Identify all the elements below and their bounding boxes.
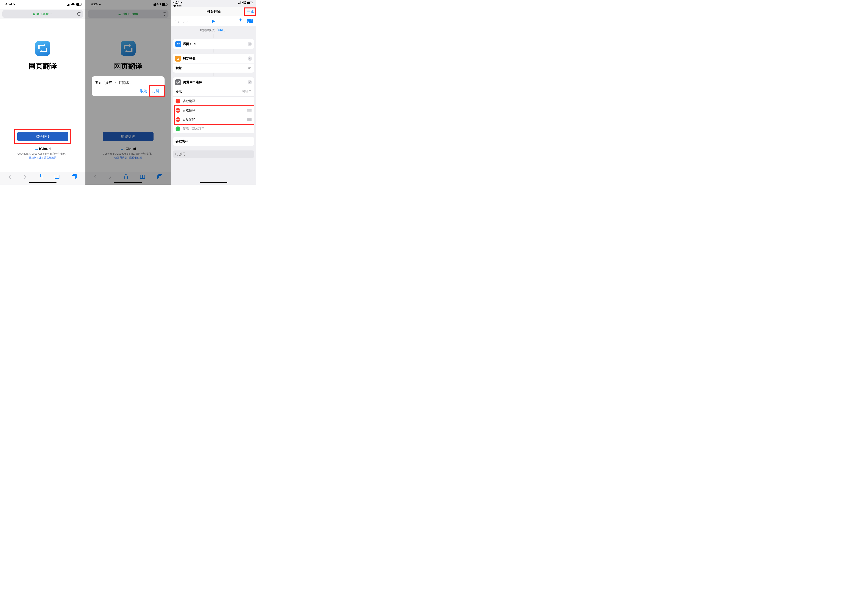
phone-2: 4:24 ➤ 4G icloud.com 网页翻译 取得捷徑 ☁iCloud	[85, 0, 171, 185]
remove-action-button[interactable]: ✕	[248, 42, 252, 46]
remove-action-button[interactable]: ✕	[248, 80, 252, 84]
run-button[interactable]: ▶	[212, 18, 215, 24]
variable-row[interactable]: 變數 url	[173, 64, 254, 73]
signal-icon	[238, 2, 241, 4]
url-bar[interactable]: icloud.com	[2, 10, 83, 18]
alert-message: 要在「捷徑」中打開嗎？	[95, 81, 161, 85]
variable-icon: x	[175, 56, 181, 62]
phone-3: 4:24 ➤ 4G ◀Safari 网页翻译 完成 ▶ 此捷徑接受「URL」	[171, 0, 256, 185]
forward-button[interactable]	[23, 175, 26, 179]
highlight-box	[149, 85, 165, 97]
undo-button[interactable]	[174, 19, 179, 23]
branch-label: 谷歌翻译	[175, 140, 188, 143]
lock-icon	[33, 12, 35, 15]
svg-rect-0	[72, 175, 76, 179]
shortcut-title: 网页翻译	[29, 61, 57, 71]
page-content: 网页翻译 取得捷徑 ☁iCloud Copyright © 2018 Apple…	[0, 19, 85, 172]
battery-icon	[76, 3, 81, 6]
editor-title: 网页翻译	[206, 9, 221, 14]
copyright-text: Copyright © 2018 Apple Inc. 保留一切權利。	[18, 152, 68, 155]
flow-connector	[214, 34, 214, 38]
terms-link[interactable]: 條款與約定	[29, 156, 42, 159]
add-item-button[interactable]: +	[175, 126, 180, 131]
alert-cancel-button[interactable]: 取消	[140, 89, 147, 93]
svg-point-10	[175, 153, 177, 155]
search-bar[interactable]	[173, 151, 254, 158]
back-to-app-button[interactable]: ◀Safari	[173, 4, 252, 7]
action-title: 從選單中選擇	[183, 80, 246, 84]
network-label: 4G	[71, 2, 76, 6]
svg-point-9	[177, 82, 179, 83]
action-title: 展開 URL	[183, 42, 246, 46]
search-input[interactable]	[179, 152, 252, 156]
share-button[interactable]	[38, 174, 43, 179]
add-item-row[interactable]: + 新增「新增項目」	[173, 124, 254, 133]
open-app-alert: 要在「捷徑」中打開嗎？ 取消 打開	[92, 76, 165, 96]
editor-nav: 网页翻译 完成	[171, 7, 256, 16]
action-expand-url: 展開 URL ✕	[173, 39, 254, 49]
highlight-box	[244, 8, 256, 16]
settings-toggle-button[interactable]	[247, 19, 253, 23]
cloud-icon: ☁	[35, 147, 38, 151]
status-time: 4:24	[173, 1, 180, 5]
home-indicator[interactable]	[200, 182, 227, 183]
drag-handle[interactable]	[247, 100, 252, 102]
delete-item-button[interactable]: —	[175, 99, 180, 103]
bookmarks-button[interactable]	[55, 175, 60, 179]
url-bar-container: icloud.com	[0, 9, 85, 19]
gear-icon	[175, 79, 181, 85]
menu-item[interactable]: — 谷歌翻译	[173, 96, 254, 106]
svg-rect-1	[73, 175, 76, 178]
tabs-button[interactable]	[72, 174, 77, 179]
location-icon: ➤	[180, 1, 183, 4]
privacy-link[interactable]: 隱私權政策	[44, 156, 56, 159]
remove-action-button[interactable]: ✕	[248, 56, 252, 61]
accepts-row: 此捷徑接受「URL」	[171, 26, 256, 34]
action-set-variable: x 設定變數 ✕ 變數 url	[173, 54, 254, 73]
link-icon	[175, 41, 181, 47]
prompt-row[interactable]: 提示 可留空	[173, 87, 254, 96]
svg-point-5	[251, 19, 253, 20]
svg-point-7	[248, 21, 249, 23]
menu-branch-card[interactable]: 谷歌翻译	[173, 137, 254, 146]
variable-value: url	[248, 67, 252, 70]
action-choose-from-menu: 從選單中選擇 ✕ 提示 可留空 — 谷歌翻译 — 有道翻译 — 百度翻译 + 新…	[173, 77, 254, 133]
location-icon: ➤	[13, 3, 15, 6]
menu-item-label: 谷歌翻译	[183, 99, 245, 103]
variable-label: 變數	[175, 66, 182, 70]
accepts-type-link[interactable]: URL	[218, 28, 224, 32]
phone-1: 4:24 ➤ 4G icloud.com 网页翻译 取得捷徑 ☁iClou	[0, 0, 85, 185]
icloud-logo: ☁iCloud	[35, 147, 50, 151]
add-item-label: 新增「新增項目」	[183, 127, 252, 131]
home-indicator[interactable]	[29, 182, 56, 183]
signal-icon	[67, 3, 70, 6]
redo-button[interactable]	[183, 19, 188, 23]
url-domain: icloud.com	[37, 12, 52, 16]
battery-icon	[247, 2, 252, 4]
highlight-box	[174, 105, 254, 125]
legal-links: 條款與約定 | 隱私權政策	[29, 156, 57, 160]
status-bar: 4:24 ➤ 4G ◀Safari	[171, 0, 256, 7]
share-button[interactable]	[239, 18, 242, 24]
highlight-box	[14, 129, 71, 144]
shortcut-app-icon	[35, 41, 50, 56]
prompt-placeholder: 可留空	[242, 90, 252, 94]
prompt-label: 提示	[175, 90, 182, 94]
back-button[interactable]	[8, 175, 11, 179]
editor-toolbar: ▶	[171, 16, 256, 26]
action-title: 設定變數	[183, 57, 246, 61]
status-bar: 4:24 ➤ 4G	[0, 0, 85, 9]
network-label: 4G	[242, 1, 246, 5]
flow-connector	[214, 49, 214, 53]
search-icon	[175, 153, 178, 156]
status-time: 4:24	[6, 2, 12, 6]
reload-button[interactable]	[77, 12, 81, 16]
flow-connector	[214, 73, 214, 76]
